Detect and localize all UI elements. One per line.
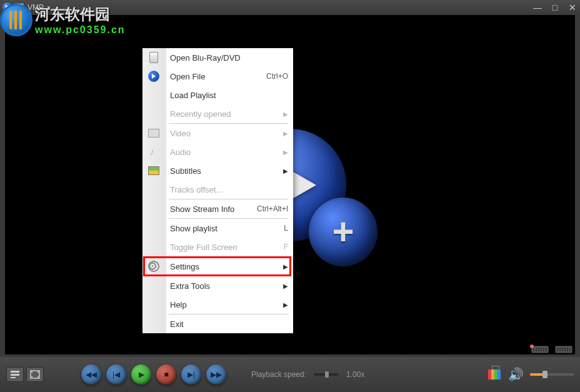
menu-item-exit[interactable]: Exit (166, 314, 293, 333)
submenu-arrow-icon: ▶ (283, 301, 288, 308)
menu-item-load-playlist[interactable]: Load Playlist (166, 86, 293, 104)
menu-item-label: Audio (170, 148, 191, 157)
submenu-arrow-icon: ▶ (283, 130, 288, 137)
fullscreen-button[interactable] (26, 367, 44, 382)
submenu-arrow-icon: ▶ (283, 283, 288, 289)
video-icon (146, 126, 161, 141)
file-icon (146, 69, 161, 84)
speed-slider-handle[interactable] (325, 371, 329, 378)
menu-item-extra-tools[interactable]: Extra Tools▶ (166, 276, 293, 295)
submenu-arrow-icon: ▶ (283, 168, 288, 174)
menu-item-label: Exit (170, 319, 184, 329)
svg-rect-0 (11, 371, 19, 373)
menu-shortcut: F (284, 243, 288, 251)
menu-item-video: Video▶ (166, 124, 293, 143)
menu-item-label: Load Playlist (170, 91, 216, 100)
menu-item-label: Settings (170, 262, 199, 271)
menu-item-open-file[interactable]: Open FileCtrl+O (166, 67, 293, 86)
play-button[interactable]: ▶ (131, 364, 151, 384)
window-buttons: — □ ✕ (532, 3, 578, 13)
bluray-icon (146, 50, 161, 65)
menu-item-settings[interactable]: Settings▶ (166, 257, 293, 276)
tv-icon[interactable] (487, 368, 502, 381)
menu-item-label: Toggle Full Screen (170, 243, 238, 252)
watermark-text2: www.pc0359.cn (35, 24, 126, 36)
menu-item-audio: ♪Audio▶ (166, 143, 293, 161)
menu-item-subtitles[interactable]: Subtitles▶ (166, 161, 293, 180)
volume-handle[interactable] (542, 371, 548, 378)
menu-item-help[interactable]: Help▶ (166, 295, 293, 314)
forward-button[interactable]: ▶▶ (206, 364, 226, 384)
submenu-arrow-icon: ▶ (283, 149, 288, 156)
menu-item-show-stream-info[interactable]: Show Stream InfoCtrl+Alt+I (166, 199, 293, 218)
keyboard-rec-icon[interactable] (531, 346, 549, 353)
maximize-button[interactable]: □ (550, 3, 560, 13)
watermark-logo (0, 4, 32, 36)
menu-item-recently-opened: Recently opened▶ (166, 104, 293, 123)
playlist-view-button[interactable] (6, 367, 24, 382)
stop-button[interactable]: ■ (156, 364, 176, 384)
playback-speed: Playback speed: 1.00x (251, 370, 364, 379)
menu-shortcut: Ctrl+O (266, 72, 288, 81)
submenu-arrow-icon: ▶ (283, 111, 288, 118)
watermark: 河东软件园 www.pc0359.cn (0, 4, 126, 36)
rewind-button[interactable]: ◀◀ (81, 364, 101, 384)
menu-item-show-playlist[interactable]: Show playlistL (166, 219, 293, 238)
menu-shortcut: Ctrl+Alt+I (257, 204, 288, 213)
add-sphere-icon: + (309, 198, 378, 266)
menu-item-tracks-offset: Tracks offset... (166, 180, 293, 199)
gear-icon (146, 259, 161, 274)
sub-icon (146, 163, 161, 178)
menu-item-toggle-full-screen: Toggle Full ScreenF (166, 238, 293, 256)
playback-speed-label: Playback speed: (251, 370, 306, 379)
keyboard-indicator-group (531, 346, 572, 353)
keyboard-icon[interactable] (555, 346, 572, 353)
menu-item-label: Show playlist (170, 224, 218, 233)
controls-bar: ◀◀ |◀ ▶ ■ ▶| ▶▶ Playback speed: 1.00x 🔊 (0, 357, 580, 392)
watermark-text1: 河东软件园 (35, 4, 126, 24)
svg-rect-2 (11, 377, 16, 378)
volume-slider[interactable] (530, 373, 574, 376)
playback-speed-value: 1.00x (346, 370, 364, 379)
menu-item-label: Video (170, 129, 191, 138)
main-menu: Open Blu-Ray/DVDOpen FileCtrl+OLoad Play… (142, 48, 293, 333)
menu-item-label: Recently opened (170, 109, 231, 119)
minimize-button[interactable]: — (532, 3, 542, 13)
audio-icon: ♪ (146, 144, 161, 159)
volume-icon[interactable]: 🔊 (508, 367, 524, 382)
svg-rect-1 (11, 374, 19, 376)
menu-item-label: Open File (170, 72, 205, 81)
menu-item-open-blu-ray-dvd[interactable]: Open Blu-Ray/DVD (166, 48, 293, 67)
menu-item-label: Open Blu-Ray/DVD (170, 53, 241, 63)
menu-shortcut: L (284, 224, 288, 233)
volume-fill (530, 373, 543, 376)
menu-item-label: Tracks offset... (170, 185, 223, 194)
plus-icon: + (332, 210, 354, 253)
menu-item-label: Help (170, 300, 187, 309)
submenu-arrow-icon: ▶ (283, 263, 288, 270)
menu-item-label: Subtitles (170, 166, 201, 176)
next-button[interactable]: ▶| (181, 364, 201, 384)
menu-item-label: Show Stream Info (170, 204, 234, 214)
menu-item-label: Extra Tools (170, 281, 210, 291)
close-button[interactable]: ✕ (568, 3, 578, 13)
speed-slider[interactable] (314, 373, 339, 376)
previous-button[interactable]: |◀ (106, 364, 126, 384)
menu-icon-column (142, 48, 166, 333)
